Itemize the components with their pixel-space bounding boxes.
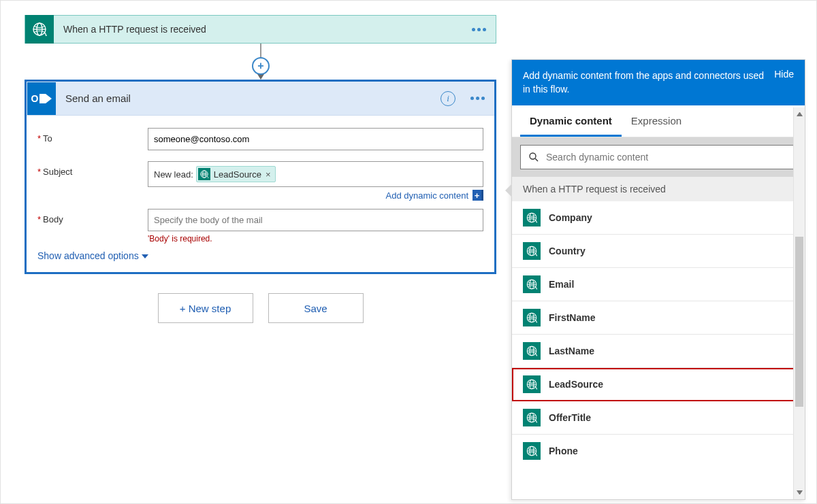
http-request-icon xyxy=(523,209,541,226)
save-button[interactable]: Save xyxy=(268,293,364,323)
panel-pointer xyxy=(505,184,512,197)
show-advanced-options-link[interactable]: Show advanced options xyxy=(37,250,483,261)
token-label: LeadSource xyxy=(214,169,261,180)
add-dc-text: Add dynamic content xyxy=(386,190,468,201)
to-input-text[interactable] xyxy=(154,134,477,144)
action-menu-button[interactable] xyxy=(470,97,485,100)
dc-item-label: Country xyxy=(549,246,586,256)
dc-item-company[interactable]: Company xyxy=(512,201,805,235)
dc-item-label: Phone xyxy=(549,446,578,456)
tab-dynamic-content[interactable]: Dynamic content xyxy=(520,105,622,137)
subject-text: New lead: xyxy=(154,169,193,180)
action-header[interactable]: O Send an email i xyxy=(27,82,494,116)
dc-tabs: Dynamic content Expression xyxy=(512,105,805,137)
outlook-icon: O xyxy=(27,82,56,115)
dot-icon xyxy=(476,97,479,100)
action-title: Send an email xyxy=(65,93,440,104)
dc-group-header: When a HTTP request is received xyxy=(512,177,805,201)
dc-intro-text: Add dynamic content from the apps and co… xyxy=(523,69,766,97)
body-input[interactable] xyxy=(148,209,483,231)
dc-item-label: OfferTitle xyxy=(549,412,591,423)
http-request-icon xyxy=(523,242,541,260)
trigger-card[interactable]: When a HTTP request is received xyxy=(25,15,496,44)
http-request-icon xyxy=(523,375,541,393)
to-label: *To xyxy=(37,128,148,144)
dc-item-firstname[interactable]: FirstName xyxy=(512,301,805,335)
new-step-button[interactable]: + New step xyxy=(158,293,253,323)
http-request-icon xyxy=(198,168,210,180)
http-request-icon xyxy=(523,309,541,326)
dc-item-offertitle[interactable]: OfferTitle xyxy=(512,401,805,435)
http-request-icon xyxy=(523,442,541,460)
dot-icon xyxy=(483,28,486,31)
dc-item-email[interactable]: Email xyxy=(512,268,805,301)
dot-icon xyxy=(477,28,481,31)
dc-item-label: LastName xyxy=(549,346,594,356)
scroll-thumb[interactable] xyxy=(795,237,803,407)
dc-item-label: Email xyxy=(549,279,574,290)
dc-item-phone[interactable]: Phone xyxy=(512,435,805,467)
trigger-title: When a HTTP request is received xyxy=(63,24,472,35)
subject-input[interactable]: New lead: LeadSource × xyxy=(148,161,483,187)
dc-search-wrap xyxy=(512,137,805,177)
field-row-to: *To xyxy=(37,128,483,150)
dc-item-label: FirstName xyxy=(549,312,595,323)
scroll-down-icon[interactable] xyxy=(797,490,803,497)
http-request-icon xyxy=(523,275,541,293)
dc-item-lastname[interactable]: LastName xyxy=(512,335,805,368)
plus-icon: + xyxy=(472,190,483,201)
dc-search-box[interactable] xyxy=(520,145,797,169)
dc-item-label: Company xyxy=(549,212,592,223)
scroll-up-icon[interactable] xyxy=(797,110,803,116)
dot-icon xyxy=(470,97,474,100)
remove-token-icon[interactable]: × xyxy=(266,169,271,180)
dc-item-leadsource[interactable]: LeadSource xyxy=(512,368,805,401)
hide-panel-link[interactable]: Hide xyxy=(774,69,794,80)
add-dynamic-content-link[interactable]: Add dynamic content + xyxy=(37,190,483,201)
http-request-icon xyxy=(25,15,54,44)
trigger-menu-button[interactable] xyxy=(472,28,486,31)
subject-label: *Subject xyxy=(37,161,148,177)
dot-icon xyxy=(472,28,475,31)
body-input-text[interactable] xyxy=(154,215,477,225)
dynamic-token-leadsource[interactable]: LeadSource × xyxy=(196,166,276,182)
to-input[interactable] xyxy=(148,128,483,150)
action-body: *To *Subject New lead: LeadSource × xyxy=(27,116,494,272)
action-card: O Send an email i *To *Subject New xyxy=(25,80,496,274)
body-label: *Body xyxy=(37,209,148,224)
chevron-down-icon xyxy=(142,254,148,258)
insert-step-button[interactable]: + xyxy=(252,57,270,75)
designer-canvas: When a HTTP request is received + O Send… xyxy=(0,0,817,504)
field-row-body: *Body xyxy=(37,209,483,231)
body-error: 'Body' is required. xyxy=(148,234,483,243)
http-request-icon xyxy=(523,342,541,360)
search-icon xyxy=(528,151,540,163)
field-row-subject: *Subject New lead: LeadSource × xyxy=(37,161,483,187)
dc-intro-bar: Add dynamic content from the apps and co… xyxy=(512,60,805,105)
dot-icon xyxy=(481,97,485,100)
dc-items-list: CompanyCountryEmailFirstNameLastNameLead… xyxy=(512,201,805,467)
scrollbar[interactable] xyxy=(793,107,805,499)
advanced-text: Show advanced options xyxy=(37,250,139,261)
tab-expression[interactable]: Expression xyxy=(622,105,691,137)
dc-item-country[interactable]: Country xyxy=(512,235,805,268)
button-row: + New step Save xyxy=(25,293,496,323)
dc-search-input[interactable] xyxy=(546,152,789,163)
dc-item-label: LeadSource xyxy=(549,379,603,390)
subject-input-text[interactable] xyxy=(276,169,477,180)
http-request-icon xyxy=(523,409,541,426)
info-icon[interactable]: i xyxy=(440,91,455,106)
dynamic-content-panel: Add dynamic content from the apps and co… xyxy=(511,59,805,500)
